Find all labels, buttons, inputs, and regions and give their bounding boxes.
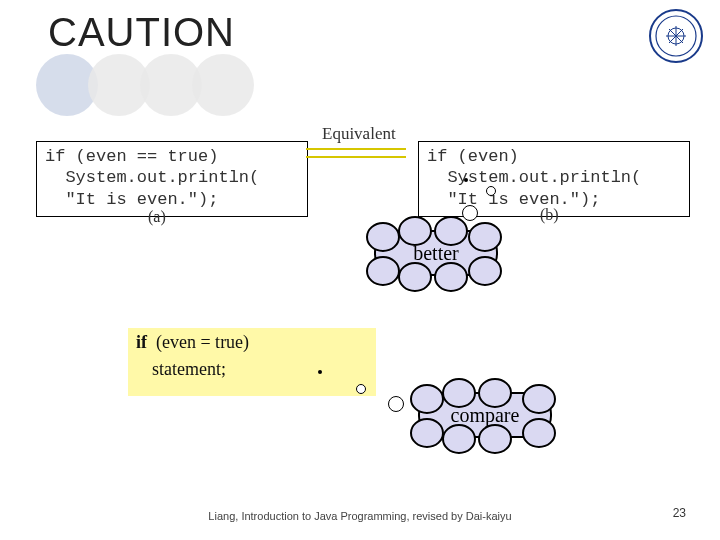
keyword-if: if	[136, 332, 147, 352]
footer-citation: Liang, Introduction to Java Programming,…	[0, 510, 720, 522]
page-number: 23	[673, 506, 686, 520]
trail-dot-icon	[388, 396, 404, 412]
trail-dot-icon	[318, 370, 322, 374]
snippet-condition: (even = true)	[156, 332, 249, 352]
trail-dot-icon	[464, 178, 468, 182]
caption-b: (b)	[540, 206, 559, 224]
snippet-statement: statement;	[136, 359, 368, 380]
university-seal-icon	[648, 8, 704, 64]
trail-dot-icon	[462, 205, 478, 221]
code-box-a: if (even == true) System.out.println( "I…	[36, 141, 308, 217]
cloud-compare-text: compare	[451, 404, 520, 426]
cloud-better: better	[374, 230, 498, 276]
decor-circles	[36, 54, 296, 118]
caption-a: (a)	[148, 208, 166, 226]
slide-title: CAUTION	[48, 10, 235, 55]
cloud-better-text: better	[413, 242, 459, 264]
trail-dot-icon	[486, 186, 496, 196]
equivalent-lines-icon	[306, 146, 406, 166]
equivalent-label: Equivalent	[322, 124, 396, 144]
trail-dot-icon	[356, 384, 366, 394]
code-snippet-yellow: if (even = true) statement;	[128, 328, 376, 396]
cloud-compare: compare	[418, 392, 552, 438]
